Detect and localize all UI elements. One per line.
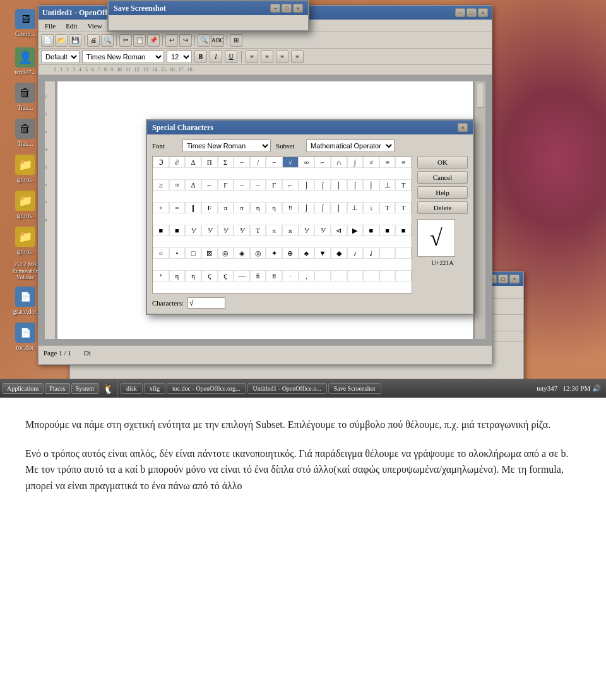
bold-btn[interactable]: B [194,50,207,63]
char-cell[interactable]: ♩ [363,247,379,259]
delete-button[interactable]: Delete [417,201,468,214]
char-cell[interactable]: ▼ [314,247,331,259]
char-cell[interactable]: ⊥ [379,179,396,191]
char-cell[interactable]: ⅟ [234,225,250,236]
char-cell[interactable] [395,247,412,259]
char-cell[interactable]: ⌠ [347,179,364,191]
applications-menu-btn[interactable]: Applications [3,383,44,394]
writer-maximize-btn[interactable]: □ [466,8,477,17]
char-cell[interactable]: Δ [185,157,201,168]
char-cell[interactable]: ≡ [395,157,412,168]
char-cell[interactable]: η [169,270,186,282]
char-cell[interactable]: T [379,202,396,213]
char-cell[interactable]: ¹ [153,270,169,282]
spell-btn[interactable]: ABC [211,34,224,47]
system-menu-btn[interactable]: System [71,383,98,394]
char-cell[interactable] [379,247,396,259]
char-cell[interactable]: ↓ [363,202,379,213]
char-cell[interactable]: ⅟ [218,225,234,236]
char-cell[interactable]: − [234,179,250,191]
char-cell[interactable]: Π [201,157,218,168]
char-cell[interactable]: — [234,270,250,282]
save-screenshot-close[interactable]: × [293,4,303,13]
char-cell[interactable]: ∫ [347,157,364,168]
italic-btn[interactable]: I [210,50,222,63]
char-cell[interactable]: ■ [363,225,379,236]
char-cell[interactable] [395,270,412,282]
char-cell[interactable]: / [250,157,266,168]
char-cell[interactable]: η [250,202,266,213]
char-cell[interactable]: ■ [169,225,186,236]
char-cell[interactable]: ⊠ [201,247,218,259]
char-cell[interactable]: ≡ [379,157,396,168]
char-cell[interactable]: ▶ [347,225,364,236]
toc-maximize-btn[interactable]: □ [498,275,508,283]
char-cell[interactable]: ✦ [266,247,282,259]
find-btn[interactable]: 🔍 [198,34,210,47]
char-cell-selected[interactable]: √ [282,157,299,168]
char-cell[interactable]: F [201,202,218,213]
chars-input[interactable] [187,297,225,309]
untitled-taskbar-btn[interactable]: Untitled1 - OpenOffice.o... [247,383,327,394]
toc-close-btn[interactable]: × [509,275,520,283]
char-cell[interactable]: T [395,179,412,191]
insert-table-btn[interactable]: ⊞ [230,34,242,47]
char-cell[interactable]: η [266,202,282,213]
char-cell[interactable]: ‖ [185,202,201,213]
char-cell[interactable]: − [234,157,250,168]
char-cell[interactable]: ■ [379,225,396,236]
char-cell[interactable]: ○ [153,247,169,259]
cut-btn[interactable]: ✂ [119,34,132,47]
subset-select[interactable]: Mathematical Operator [306,139,395,152]
char-cell[interactable] [331,270,347,282]
char-cell[interactable]: ⌡ [363,179,379,191]
char-cell[interactable]: − [266,157,282,168]
writer-close-btn[interactable]: × [478,8,488,17]
char-cell[interactable]: ⅟ [314,225,331,236]
menu-view[interactable]: View [83,21,105,31]
save-btn[interactable]: 💾 [69,34,81,47]
save-screenshot-maximize[interactable]: □ [282,4,292,13]
new-btn[interactable]: 📄 [41,34,54,47]
preview-btn[interactable]: 🔍 [101,34,114,47]
char-cell[interactable]: ◎ [250,247,266,259]
char-cell[interactable]: ■ [153,225,169,236]
char-cell[interactable]: Γ [218,179,234,191]
char-cell[interactable]: T [250,225,266,236]
char-cell[interactable]: ‼ [282,202,299,213]
ok-button[interactable]: OK [417,156,468,169]
writer-minimize-btn[interactable]: − [455,8,465,17]
char-cell[interactable]: = [169,202,186,213]
char-cell[interactable]: ⌐ [314,157,331,168]
char-cell[interactable]: ∩ [331,157,347,168]
cancel-button[interactable]: Cancel [417,171,468,184]
char-cell[interactable]: , [299,270,315,282]
scrollbar-thumb[interactable] [477,83,484,108]
char-cell[interactable]: ◎ [218,247,234,259]
screenshot-taskbar-btn[interactable]: Save Screenshot [328,383,381,394]
char-cell[interactable]: · [282,270,299,282]
paste-btn[interactable]: 📌 [147,34,160,47]
style-select[interactable]: Default [41,50,80,63]
char-cell[interactable]: ﬂ [266,270,282,282]
align-left-btn[interactable]: ≡ [246,50,258,63]
char-cell[interactable]: ⅟ [185,225,201,236]
open-btn[interactable]: 📂 [55,34,68,47]
char-cell[interactable]: π [282,225,299,236]
char-cell[interactable] [363,270,379,282]
disk-taskbar-btn[interactable]: disk [121,383,143,394]
char-cell[interactable]: + [153,202,169,213]
char-cell[interactable]: ◆ [331,247,347,259]
redo-btn[interactable]: ↪ [179,34,192,47]
char-cell[interactable]: ≥ [153,179,169,191]
char-cell[interactable]: ⌡ [331,179,347,191]
char-cell[interactable] [347,270,364,282]
char-cell[interactable] [379,270,396,282]
char-cell[interactable]: ﬁ [250,270,266,282]
xfig-taskbar-btn[interactable]: xfig [144,383,165,394]
char-cell[interactable] [314,270,331,282]
char-cell[interactable]: − [250,179,266,191]
toc-taskbar-btn[interactable]: toc.doc - OpenOffice.org... [167,383,246,394]
char-cell[interactable]: ℑ [153,157,169,168]
char-cell[interactable]: π [266,225,282,236]
